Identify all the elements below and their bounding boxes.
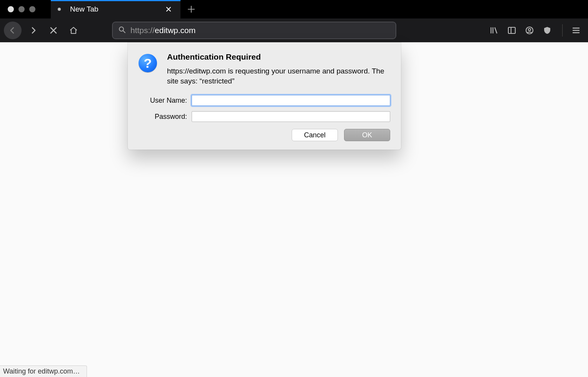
svg-point-3 bbox=[528, 28, 531, 31]
library-icon[interactable] bbox=[488, 25, 500, 36]
back-button[interactable] bbox=[4, 22, 22, 39]
home-button[interactable] bbox=[65, 22, 82, 38]
tab-title: New Tab bbox=[70, 5, 164, 13]
password-label: Password: bbox=[139, 113, 187, 121]
window-minimize-dot[interactable] bbox=[18, 6, 25, 12]
auth-dialog: ? Authentication Required https://editwp… bbox=[128, 42, 401, 150]
search-icon bbox=[118, 26, 126, 35]
username-input[interactable] bbox=[192, 95, 390, 106]
tab-active-indicator bbox=[51, 0, 180, 1]
status-bar: Waiting for editwp.com… bbox=[0, 365, 87, 377]
toolbar-right bbox=[488, 24, 584, 37]
menu-icon[interactable] bbox=[570, 25, 582, 36]
cancel-button[interactable]: Cancel bbox=[292, 129, 338, 141]
new-tab-button[interactable] bbox=[182, 0, 200, 18]
url-domain: editwp.com bbox=[155, 26, 195, 35]
sidebar-icon[interactable] bbox=[506, 25, 518, 36]
username-label: User Name: bbox=[139, 97, 187, 105]
svg-rect-1 bbox=[508, 27, 515, 33]
shield-icon[interactable] bbox=[541, 25, 553, 36]
window-close-dot[interactable] bbox=[8, 6, 14, 12]
navigation-toolbar: https://editwp.com bbox=[0, 18, 588, 42]
account-icon[interactable] bbox=[524, 25, 535, 36]
tab-loading-icon bbox=[58, 8, 61, 11]
url-protocol: https:// bbox=[130, 26, 155, 35]
toolbar-separator bbox=[562, 24, 563, 37]
dialog-title: Authentication Required bbox=[167, 52, 390, 62]
question-icon: ? bbox=[139, 54, 157, 72]
url-text: https://editwp.com bbox=[130, 26, 195, 35]
page-content: ? Authentication Required https://editwp… bbox=[0, 42, 588, 377]
tab-close-button[interactable] bbox=[164, 4, 174, 14]
url-bar[interactable]: https://editwp.com bbox=[112, 22, 396, 39]
dialog-description: https://editwp.com is requesting your us… bbox=[167, 66, 390, 86]
forward-button[interactable] bbox=[25, 22, 42, 38]
window-controls bbox=[0, 0, 51, 18]
stop-button[interactable] bbox=[45, 22, 62, 38]
window-zoom-dot[interactable] bbox=[29, 6, 35, 12]
ok-button[interactable]: OK bbox=[344, 129, 390, 141]
password-input[interactable] bbox=[192, 111, 390, 122]
browser-tab[interactable]: New Tab bbox=[51, 0, 180, 18]
titlebar: New Tab bbox=[0, 0, 588, 18]
